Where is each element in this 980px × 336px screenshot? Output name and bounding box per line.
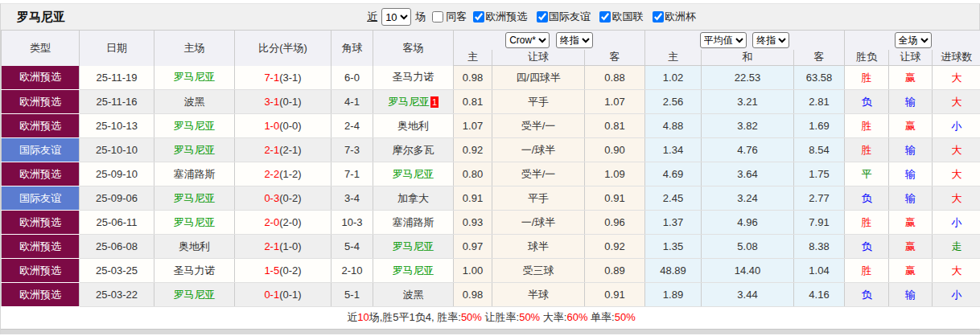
summary-text: 近10场,胜5平1负4, 胜率:50% 让胜率:50% 大率:60% 单率:50… — [2, 307, 980, 329]
result-goals: 大 — [933, 138, 980, 162]
result-goals: 大 — [933, 162, 980, 186]
match-date: 25-11-19 — [80, 66, 154, 90]
asian-handicap: 受半/一 — [492, 162, 585, 186]
home-team[interactable]: 罗马尼亚 — [154, 138, 235, 162]
away-team[interactable]: 罗马尼亚 — [373, 259, 454, 283]
match-date: 25-06-08 — [80, 235, 154, 259]
euro-draw-odds: 22.53 — [702, 66, 794, 90]
asian-handicap: 球半 — [492, 235, 585, 259]
league-badge: 欧洲预选 — [2, 162, 80, 186]
home-team[interactable]: 奥地利 — [154, 235, 235, 259]
filter-euro-cup-checkbox[interactable] — [653, 11, 664, 23]
score-cell: 2-0(2-0) — [235, 211, 331, 235]
corner-score: 5-4 — [331, 235, 373, 259]
filter-intl-friendly-checkbox[interactable] — [537, 11, 548, 23]
euro-away-odds: 2.77 — [794, 186, 845, 211]
result-handicap: 输 — [889, 162, 933, 186]
corner-score: 2-4 — [331, 114, 373, 138]
result-win-lose: 胜 — [845, 66, 889, 90]
table-row: 欧洲预选 25-03-22 罗马尼亚 0-1(0-1) 5-1 波黑 0.98 … — [2, 283, 980, 307]
euro-home-odds: 1.35 — [645, 235, 702, 259]
recent-label[interactable]: 近 — [367, 10, 377, 24]
home-team[interactable]: 罗马尼亚 — [154, 114, 235, 138]
col-header-goals-result: 进球数 — [933, 50, 980, 66]
home-team[interactable]: 波黑 — [154, 90, 235, 114]
result-win-lose: 胜 — [845, 211, 889, 235]
league-badge: 欧洲预选 — [2, 211, 80, 235]
filter-euro-qualifiers[interactable]: 欧洲预选 — [468, 10, 527, 24]
away-team[interactable]: 奥地利 — [373, 114, 454, 138]
filter-nations-league[interactable]: 欧国联 — [595, 10, 643, 24]
asian-odds-time-select[interactable]: 终指 — [556, 32, 593, 48]
result-win-lose: 负 — [845, 186, 889, 211]
asian-home-odds: 0.80 — [454, 162, 492, 186]
col-header-euro-away: 客 — [794, 50, 845, 66]
euro-draw-odds: 5.08 — [702, 235, 794, 259]
period-select[interactable]: 全场 — [895, 32, 932, 48]
corner-score: 7-1 — [331, 162, 373, 186]
asian-odds-group-header: Crow* 终指 — [454, 31, 645, 50]
col-header-corner: 角球 — [331, 31, 373, 66]
euro-draw-odds: 3.82 — [702, 114, 794, 138]
euro-home-odds: 2.45 — [645, 186, 702, 211]
euro-away-odds: 63.58 — [794, 66, 845, 90]
euro-home-odds: 1.02 — [645, 66, 702, 90]
result-group-header: 全场 — [845, 31, 980, 50]
result-goals: 大 — [933, 90, 980, 114]
filter-intl-friendly[interactable]: 国际友谊 — [532, 10, 591, 24]
col-header-euro-draw: 和 — [702, 50, 794, 66]
home-team[interactable]: 罗马尼亚 — [154, 283, 235, 307]
result-handicap: 输 — [889, 138, 933, 162]
score-cell: 0-3(0-2) — [235, 186, 331, 211]
away-team[interactable]: 罗马尼亚 — [373, 235, 454, 259]
result-win-lose: 平 — [845, 162, 889, 186]
away-team[interactable]: 圣马力诺 — [373, 66, 454, 90]
recent-count-select[interactable]: 10 — [381, 8, 411, 26]
euro-away-odds: 4.16 — [794, 283, 845, 307]
filter-euro-qualifiers-checkbox[interactable] — [473, 11, 484, 23]
euro-odds-time-select[interactable]: 终指 — [752, 32, 789, 48]
league-badge: 国际友谊 — [2, 138, 80, 162]
result-goals: 大 — [933, 186, 980, 211]
home-team[interactable]: 罗马尼亚 — [154, 211, 235, 235]
match-date: 25-03-22 — [80, 283, 154, 307]
asian-handicap: 受半/一 — [492, 114, 585, 138]
away-team[interactable]: 罗马尼亚 — [373, 162, 454, 186]
table-row: 欧洲预选 25-11-16 波黑 3-1(0-1) 4-1 罗马尼亚1 0.81… — [2, 90, 980, 114]
result-handicap: 赢 — [889, 235, 933, 259]
match-date: 25-06-11 — [80, 211, 154, 235]
away-team[interactable]: 加拿大 — [373, 186, 454, 211]
result-goals: 走 — [933, 235, 980, 259]
match-date: 25-09-06 — [80, 186, 154, 211]
match-history-table: 类型 日期 主场 比分(半场) 角球 客场 Crow* 终指 平均值 终指 — [1, 30, 980, 329]
away-team[interactable]: 摩尔多瓦 — [373, 138, 454, 162]
euro-odds-source-select[interactable]: 平均值 — [700, 32, 747, 48]
bookmaker-select[interactable]: Crow* — [505, 32, 550, 48]
away-team[interactable]: 波黑 — [373, 283, 454, 307]
home-team[interactable]: 塞浦路斯 — [154, 162, 235, 186]
table-row: 欧洲预选 25-03-25 圣马力诺 1-5(0-2) 2-10 罗马尼亚 1.… — [2, 259, 980, 283]
match-table-body: 欧洲预选 25-11-19 罗马尼亚 7-1(3-1) 6-0 圣马力诺 0.9… — [2, 66, 980, 307]
away-team[interactable]: 塞浦路斯 — [373, 211, 454, 235]
euro-home-odds: 1.34 — [645, 138, 702, 162]
home-team[interactable]: 罗马尼亚 — [154, 66, 235, 90]
asian-away-odds: 0.89 — [585, 259, 645, 283]
table-row: 欧洲预选 25-11-19 罗马尼亚 7-1(3-1) 6-0 圣马力诺 0.9… — [2, 66, 980, 90]
euro-away-odds: 1.69 — [794, 114, 845, 138]
same-away-checkbox[interactable] — [432, 11, 443, 23]
result-win-lose: 负 — [845, 90, 889, 114]
home-team[interactable]: 圣马力诺 — [154, 259, 235, 283]
filter-euro-cup[interactable]: 欧洲杯 — [648, 10, 696, 24]
result-win-lose: 胜 — [845, 114, 889, 138]
home-team[interactable]: 罗马尼亚 — [154, 186, 235, 211]
col-header-type: 类型 — [2, 31, 80, 66]
filter-nations-league-checkbox[interactable] — [599, 11, 611, 23]
euro-away-odds: 2.81 — [794, 90, 845, 114]
asian-away-odds: 0.88 — [585, 66, 645, 90]
same-away-checkbox-label[interactable]: 同客 — [426, 10, 467, 24]
asian-home-odds: 1.07 — [454, 114, 492, 138]
away-team[interactable]: 罗马尼亚1 — [373, 90, 454, 114]
col-header-euro-home: 主 — [645, 50, 702, 66]
table-row: 国际友谊 25-10-10 罗马尼亚 2-1(2-1) 7-3 摩尔多瓦 0.9… — [2, 138, 980, 162]
league-badge: 欧洲预选 — [2, 66, 80, 90]
